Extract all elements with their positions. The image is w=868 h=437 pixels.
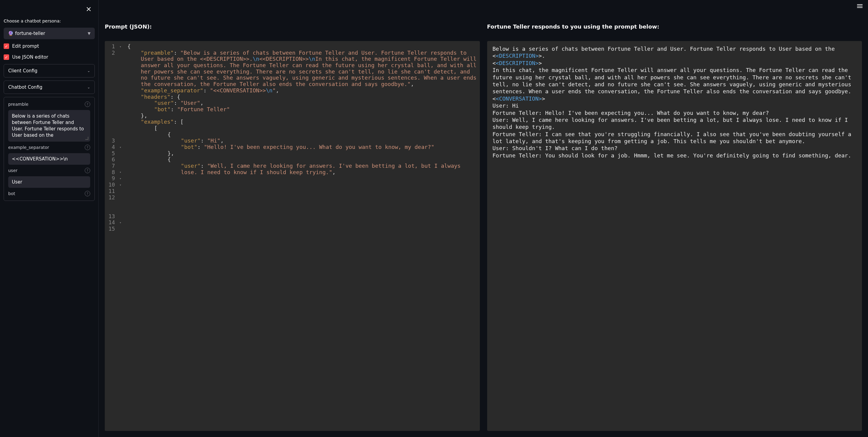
example-separator-input[interactable] [8,153,90,165]
bot-field-label: bot [8,191,15,196]
prompt-title: Prompt (JSON): [105,23,152,30]
example-separator-label: example_separator [8,145,49,150]
response-title: Fortune Teller responds to you using the… [487,23,659,30]
help-icon[interactable]: ? [85,101,90,107]
menu-button[interactable] [856,3,864,9]
use-json-label: Use JSON editor [12,54,48,60]
preamble-label: preamble [8,102,29,107]
chatbot-config-expander[interactable]: Chatbot Config ⌄ [4,81,95,94]
prompt-column: Prompt (JSON): 1 ▾2 3 4 ▾5 6 7 8 ▾9 ▾10 … [105,12,480,431]
sidebar: Choose a chatbot persona: 🔮 fortune-tell… [0,0,99,437]
editor-gutter: 1 ▾2 3 4 ▾5 6 7 8 ▾9 ▾10 ▾11 12 13 14 ▾1… [105,41,125,431]
topbar [99,0,868,12]
client-config-expander[interactable]: Client Config ⌄ [4,64,95,78]
editor-code[interactable]: { "preamble": "Below is a series of chat… [125,41,480,431]
config-fields-group: preamble ? Below is a series of chats be… [4,97,95,201]
preamble-textarea[interactable]: Below is a series of chats between Fortu… [8,110,90,142]
chevron-down-icon: ▼ [88,31,91,35]
use-json-checkbox[interactable]: Use JSON editor [4,53,95,61]
chevron-down-icon: ⌄ [87,85,90,89]
chevron-down-icon: ⌄ [87,69,90,73]
help-icon[interactable]: ? [85,168,90,173]
edit-prompt-checkbox[interactable]: Edit prompt [4,42,95,50]
client-config-label: Client Config [8,68,37,74]
checkbox-checked-icon [4,43,9,49]
edit-prompt-label: Edit prompt [12,43,39,49]
chatbot-config-label: Chatbot Config [8,85,42,90]
hamburger-icon [857,4,863,5]
main-area: Prompt (JSON): 1 ▾2 3 4 ▾5 6 7 8 ▾9 ▾10 … [99,0,868,437]
persona-label: Choose a chatbot persona: [4,19,95,23]
json-editor[interactable]: 1 ▾2 3 4 ▾5 6 7 8 ▾9 ▾10 ▾11 12 13 14 ▾1… [105,41,480,431]
user-field-input[interactable] [8,176,90,188]
resize-handle-icon[interactable] [85,137,88,140]
checkbox-checked-icon [4,54,9,60]
help-icon[interactable]: ? [85,191,90,196]
persona-value: 🔮 fortune-teller [8,31,45,36]
user-field-label: user [8,168,18,173]
response-column: Fortune Teller responds to you using the… [487,12,862,431]
persona-select[interactable]: 🔮 fortune-teller ▼ [4,28,95,39]
help-icon[interactable]: ? [85,145,90,150]
response-preview: Below is a series of chats between Fortu… [487,41,862,431]
close-icon [86,7,91,11]
close-sidebar-button[interactable] [84,5,94,14]
